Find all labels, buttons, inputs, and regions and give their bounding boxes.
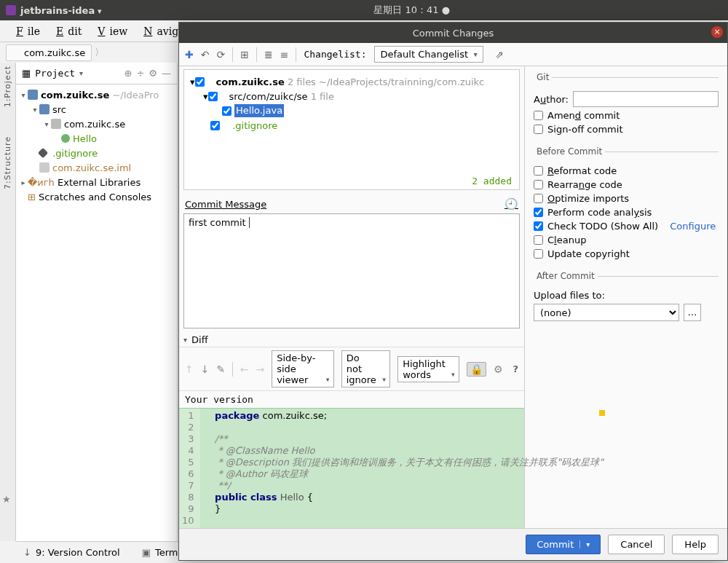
check-pkg[interactable] [208, 92, 218, 101]
viewer-select[interactable]: Side-by-side viewer [272, 350, 334, 387]
ignore-select[interactable]: Do not ignore [341, 350, 390, 387]
amend-label: Amend commit [547, 110, 620, 121]
tree-hello[interactable]: Hello [73, 133, 97, 144]
chevron-right-icon: 〉 [95, 46, 104, 59]
signoff-label: Sign-off commit [547, 124, 623, 135]
project-panel-icon: ▦ [22, 68, 31, 79]
before-legend: Before Commit [534, 146, 605, 157]
hide-icon[interactable]: — [162, 68, 171, 79]
project-panel-title: Project [35, 68, 75, 79]
todo-label: Check TODO (Show All) [547, 221, 658, 232]
tree-pkg[interactable]: com.zuikc.se [64, 119, 125, 130]
changes-tree[interactable]: ▾com.zuikc.se 2 files ~/IdeaProjects/tra… [184, 70, 519, 189]
gutter-project-tab[interactable]: 1:Project [3, 66, 12, 107]
commit-msg-textarea[interactable]: first commit [183, 213, 520, 328]
favorites-icon[interactable]: ★ [2, 494, 11, 505]
tree-extlib[interactable]: External Libraries [58, 177, 141, 188]
tree-scratches[interactable]: Scratches and Consoles [39, 192, 151, 202]
left-gutter: 1:Project 7:Structure [0, 63, 16, 541]
lock-icon[interactable]: 🔒 [467, 362, 486, 377]
todo-checkbox[interactable] [534, 221, 543, 231]
upload-browse-button[interactable]: … [684, 304, 701, 321]
add-icon[interactable]: ✚ [185, 49, 194, 60]
optimize-checkbox[interactable] [534, 194, 543, 203]
line-gutter: 12345678910 [179, 409, 200, 528]
check-root[interactable] [195, 77, 205, 87]
menu-file[interactable]: File [7, 23, 44, 40]
close-icon[interactable]: × [711, 26, 723, 38]
edit-icon[interactable]: ✎ [216, 363, 225, 375]
refresh-icon[interactable]: ⟳ [216, 49, 225, 60]
rearrange-label: Rearrange code [547, 179, 622, 190]
collapse-icon[interactable]: ⊕ [124, 68, 132, 79]
breadcrumb-label: com.zuikc.se [24, 47, 85, 58]
optimize-label: Optimize imports [547, 193, 629, 204]
reformat-checkbox[interactable] [534, 166, 543, 176]
tree-src[interactable]: src [52, 104, 66, 115]
analysis-checkbox[interactable] [534, 208, 543, 217]
rearrange-checkbox[interactable] [534, 180, 543, 189]
diff-gear-icon[interactable]: ⚙ [494, 363, 503, 375]
after-legend: After Commit [534, 271, 598, 281]
copyright-label: Update copyright [547, 248, 630, 259]
dialog-titlebar: Commit Changes × [179, 23, 727, 43]
breadcrumb-project[interactable]: com.zuikc.se [6, 44, 92, 61]
menu-view[interactable]: View [89, 23, 132, 40]
check-hello[interactable] [222, 106, 232, 116]
author-input[interactable] [573, 91, 719, 107]
help-button[interactable]: Help [672, 535, 719, 554]
expand-icon[interactable]: ≣ [264, 49, 273, 60]
upload-select[interactable]: (none) [534, 304, 679, 321]
history-icon[interactable]: 🕘 [505, 197, 518, 210]
commit-msg-label: Commit Message 🕘 [179, 193, 524, 213]
changelist-select[interactable]: Default Changelist [374, 46, 484, 63]
expand-panel-icon[interactable]: ⇗ [495, 49, 504, 60]
diff-code[interactable]: 12345678910 package com.zuikc.se; /** * … [179, 408, 524, 528]
cleanup-checkbox[interactable] [534, 235, 543, 245]
tree-gitignore[interactable]: .gitignore [52, 148, 98, 159]
project-tool-window: ▦ Project ▾ ⊕ ÷ ⚙ — ▾com.zuikc.se ~/Idea… [16, 63, 178, 541]
os-app-title[interactable]: jetbrains-idea [20, 5, 102, 16]
upload-label: Upload files to: [534, 290, 605, 301]
next-diff-icon[interactable]: ↓ [201, 363, 210, 375]
dialog-title: Commit Changes [413, 28, 494, 39]
tree-root[interactable]: com.zuikc.se [41, 90, 109, 101]
configure-link[interactable]: Configure [670, 221, 716, 232]
vcs-tool-tab[interactable]: ↓9: Version Control [23, 547, 120, 558]
diff-twistie[interactable]: ▾ [183, 336, 187, 344]
commit-dialog: Commit Changes × ✚ ↶ ⟳ ⊞ ≣ ≡ Changelist:… [178, 22, 728, 561]
git-legend: Git [534, 72, 552, 82]
cleanup-label: Cleanup [547, 235, 586, 245]
copyright-checkbox[interactable] [534, 249, 543, 259]
prev-diff-icon: ↑ [185, 363, 194, 375]
gear-icon[interactable]: ⚙ [149, 68, 157, 79]
gutter-structure-tab[interactable]: 7:Structure [3, 136, 12, 189]
diff-toolbar: ↑ ↓ ✎ ← → Side-by-side viewer Do not ign… [179, 347, 524, 391]
dialog-footer: Commit▾ Cancel Help [179, 528, 727, 560]
added-count: 2 added [472, 176, 512, 186]
menu-edit[interactable]: Edit [47, 23, 86, 40]
collapse-icon[interactable]: ≡ [280, 49, 289, 60]
chevron-down-icon[interactable]: ▾ [79, 69, 83, 77]
highlight-select[interactable]: Highlight words [397, 356, 459, 382]
analysis-label: Perform code analysis [547, 207, 652, 218]
tree-iml[interactable]: com.zuikc.se.iml [52, 162, 131, 173]
cancel-button[interactable]: Cancel [608, 535, 665, 554]
os-top-bar: jetbrains-idea 星期日 10：41 ● [0, 0, 728, 20]
commit-button[interactable]: Commit▾ [526, 535, 601, 554]
back-icon: ← [240, 363, 249, 375]
amend-checkbox[interactable] [534, 111, 543, 120]
settings-dropdown-icon[interactable]: ÷ [136, 68, 144, 79]
signoff-checkbox[interactable] [534, 125, 543, 134]
changelist-label: Changelist: [304, 49, 366, 60]
project-tree[interactable]: ▾com.zuikc.se ~/IdeaPro ▾src ▾com.zuikc.… [16, 84, 177, 207]
your-version-label: Your version [179, 391, 524, 408]
undo-icon[interactable]: ↶ [201, 49, 210, 60]
reformat-label: Reformat code [547, 165, 617, 176]
check-gitignore[interactable] [210, 121, 220, 130]
fwd-icon: → [256, 363, 264, 375]
dialog-toolbar: ✚ ↶ ⟳ ⊞ ≣ ≡ Changelist: Default Changeli… [179, 43, 727, 66]
app-icon [6, 5, 16, 15]
help-icon[interactable]: ? [513, 363, 518, 374]
group-icon[interactable]: ⊞ [240, 49, 249, 60]
